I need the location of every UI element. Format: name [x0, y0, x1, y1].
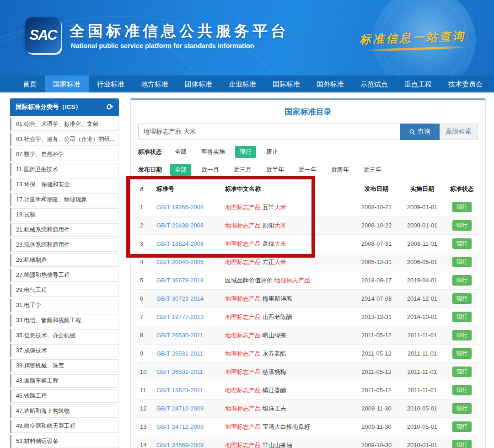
header-status: 标准状态 — [445, 180, 479, 198]
page: SAC 全国标准信息公共服务平台 National public service… — [0, 0, 494, 448]
sidebar-item-ics-category[interactable]: 25.机械制造 — [10, 254, 119, 267]
sidebar-item-ics-category[interactable]: 23.流体系统和通用件 — [10, 238, 119, 252]
header-publish-date: 发布日期 — [354, 180, 399, 198]
status-badge: 现行 — [452, 220, 472, 231]
national-standards-panel: 国家标准目录 查询 高级检索 标准状态 全部 即将实施 现行 废止 — [130, 98, 486, 448]
date-filter-3years[interactable]: 近三年 — [359, 164, 386, 176]
sidebar-item-ics-category[interactable]: 21.机械系统和通用件 — [10, 223, 119, 237]
sidebar-item-ics-category[interactable]: 07.数学、自然科学 — [10, 148, 119, 161]
sidebar-item-ics-category[interactable]: 01.综合、术语学、标准化、文献 — [10, 118, 119, 131]
standard-code-link[interactable]: GB/T 26532-2011 — [156, 368, 203, 375]
sidebar-item-ics-category[interactable]: 13.环保、保健和安全 — [10, 178, 119, 191]
sidebar-item-ics-category[interactable]: 45.铁路工程 — [10, 389, 119, 403]
row-index: 11 — [137, 381, 154, 399]
sidebar-title: 国际标准分类号（ICS） — [16, 103, 81, 111]
nav-item-foreign-standards[interactable]: 国外标准 — [308, 76, 352, 92]
nav-item-industry-standards[interactable]: 行业标准 — [89, 76, 133, 92]
nav-item-enterprise-standards[interactable]: 企业标准 — [220, 76, 264, 92]
nav-item-local-standards[interactable]: 地方标准 — [133, 76, 177, 92]
sidebar-item-ics-category[interactable]: 47.造船和海上构筑物 — [10, 405, 119, 418]
implement-date: 2011-11-01 — [399, 345, 445, 363]
status-filter-active[interactable]: 现行 — [235, 146, 256, 158]
standard-code-link[interactable]: GB/T 24712-2009 — [156, 423, 204, 430]
standard-code-link[interactable]: GB/T 22438-2008 — [156, 222, 204, 229]
advanced-search-button[interactable]: 高级检索 — [440, 124, 478, 140]
sidebar-item-ics-category[interactable]: 37.成像技术 — [10, 344, 119, 357]
standard-name: 区域品牌价值评价 地理标志产品 — [222, 271, 354, 290]
implement-date: 2019-04-01 — [399, 271, 445, 290]
sidebar-item-ics-category[interactable]: 31.电子学 — [10, 299, 119, 312]
sidebar-item-ics-category[interactable]: 39.精密机械、珠宝 — [10, 359, 119, 372]
table-row: 5 GB/T 36678-2018 区域品牌价值评价 地理标志产品 2018-0… — [137, 271, 479, 290]
name-keyword-highlight: 地理标志产品 — [225, 350, 263, 357]
name-keyword-highlight: 地理标志产品 — [225, 295, 263, 302]
standard-name: 地理标志产品 崂山绿茶 — [222, 326, 354, 345]
header-index: # — [137, 180, 154, 198]
search-button[interactable]: 查询 — [400, 124, 440, 140]
sac-logo[interactable]: SAC — [25, 17, 61, 53]
sidebar-item-ics-category[interactable]: 03.社会学、服务、公司（企业）的组... — [10, 133, 119, 146]
sidebar-item-ics-category[interactable]: 29.电气工程 — [10, 284, 119, 297]
publish-date: 2008-10-22 — [354, 198, 399, 216]
standard-code-link[interactable]: GB/T 19777-2013 — [156, 313, 204, 320]
standard-code-link[interactable]: GB/T 24710-2009 — [156, 405, 204, 412]
nav-item-technical-committees[interactable]: 技术委员会 — [440, 76, 491, 92]
sidebar-item-ics-category[interactable]: 17.计量学和测量、物理现象 — [10, 193, 119, 206]
implement-date: 2011-11-01 — [399, 326, 445, 345]
search-bar: 查询 高级检索 — [138, 124, 478, 140]
nav-item-national-standards[interactable]: 国家标准 — [45, 76, 89, 92]
sidebar-item-ics-category[interactable]: 53.材料储运设备 — [10, 435, 119, 448]
name-keyword-highlight: 地理标志产品 — [225, 387, 263, 394]
sidebar-item-ics-category[interactable]: 11.医药卫生技术 — [10, 163, 119, 176]
name-plain-text: 永春老醋 — [263, 350, 286, 357]
refresh-icon[interactable]: ⟳ — [107, 103, 113, 111]
implement-date: 2009-01-01 — [399, 216, 445, 235]
nav-item-group-standards[interactable]: 团体标准 — [177, 76, 220, 92]
sidebar-item-ics-category[interactable]: 35.信息技术、办公机械 — [10, 329, 119, 342]
sidebar-item-ics-category[interactable]: 33.电信、音频和视频工程 — [10, 314, 119, 327]
nav-item-home[interactable]: 首页 — [15, 76, 45, 92]
row-index: 12 — [137, 399, 154, 418]
sidebar-item-ics-category[interactable]: 49.航空器和航天器工程 — [10, 420, 119, 433]
nav-item-key-projects[interactable]: 重点工程 — [396, 76, 440, 92]
standard-code-link[interactable]: GB/T 20040-2005 — [156, 259, 204, 265]
name-keyword-highlight: 大米 — [274, 259, 286, 265]
header-standard-name: 标准中文名称 — [222, 180, 354, 198]
standard-code-link[interactable]: GB/T 26531-2011 — [156, 350, 203, 357]
row-index: 2 — [137, 216, 154, 235]
status-filter-all[interactable]: 全部 — [170, 146, 191, 158]
filter-row-publish-date: 发布日期 全部 近一月 近三月 近半年 近一年 近两年 近三年 — [137, 164, 479, 176]
publish-date: 2013-12-31 — [354, 308, 399, 326]
sidebar-item-ics-category[interactable]: 19.试验 — [10, 208, 119, 221]
status-filter-abolished[interactable]: 废止 — [262, 146, 283, 158]
date-filter-3months[interactable]: 近三月 — [229, 164, 256, 176]
standard-code-link[interactable]: GB/T 18824-2008 — [156, 240, 204, 247]
standard-code-link[interactable]: GB/T 19266-2008 — [156, 204, 204, 211]
status-badge: 现行 — [452, 330, 472, 340]
nav-item-pilot-demos[interactable]: 示范试点 — [352, 76, 396, 92]
date-filter-all[interactable]: 全部 — [170, 164, 191, 176]
page-title: 国家标准目录 — [137, 107, 479, 117]
date-filter-6months[interactable]: 近半年 — [262, 164, 289, 176]
standard-code-link[interactable]: GB/T 18623-2011 — [156, 387, 203, 394]
site-subtitle: National public service platform for sta… — [71, 42, 254, 49]
sidebar-item-ics-category[interactable]: 27.能源和热传导工程 — [10, 269, 119, 282]
publish-date: 2005-12-31 — [354, 253, 399, 271]
name-plain-text: 崂山绿茶 — [263, 332, 286, 339]
status-filter-upcoming[interactable]: 即将实施 — [197, 146, 230, 158]
search-input[interactable] — [138, 124, 400, 140]
date-filter-1year[interactable]: 近一年 — [294, 164, 321, 176]
standard-code-link[interactable]: GB/T 24569-2009 — [156, 442, 204, 448]
standard-code-link[interactable]: GB/T 26530-2011 — [156, 332, 203, 339]
status-badge: 现行 — [452, 275, 472, 286]
table-header-row: # 标准号 标准中文名称 发布日期 实施日期 标准状态 — [137, 180, 479, 198]
date-filter-1month[interactable]: 近一月 — [197, 164, 224, 176]
standard-code-link[interactable]: GB/T 30723-2014 — [156, 295, 204, 302]
standard-code-link[interactable]: GB/T 36678-2018 — [156, 277, 204, 284]
standard-name: 地理标志产品 盘锦大米 — [222, 235, 354, 253]
nav-item-international-standards[interactable]: 国际标准 — [264, 76, 308, 92]
date-filter-2years[interactable]: 近两年 — [327, 164, 354, 176]
sidebar-item-ics-category[interactable]: 43.道路车辆工程 — [10, 374, 119, 388]
publish-date: 2008-10-22 — [354, 216, 399, 235]
name-keyword-highlight: 地理标志产品 — [225, 405, 263, 412]
